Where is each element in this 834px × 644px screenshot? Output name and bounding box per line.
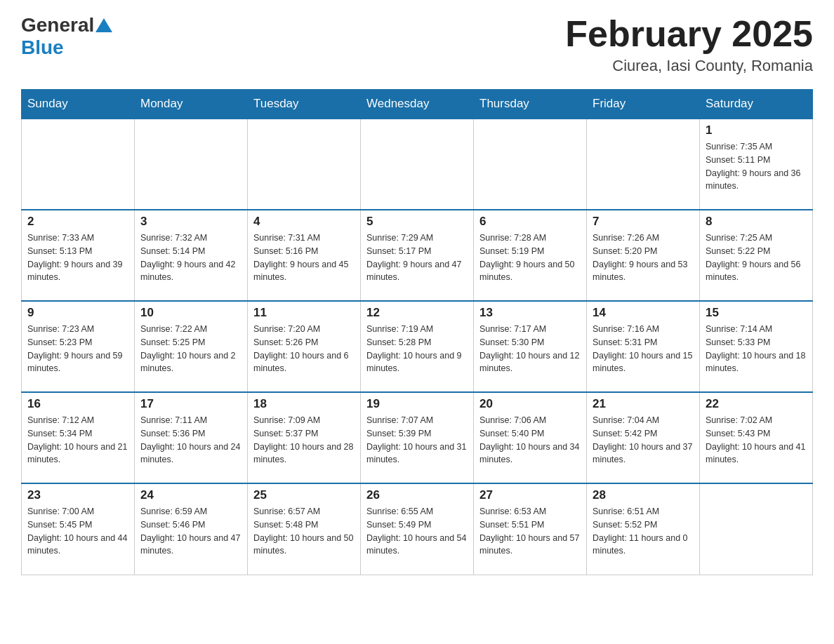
header-wednesday: Wednesday: [361, 90, 474, 119]
day-info: Sunrise: 6:53 AMSunset: 5:51 PMDaylight:…: [479, 505, 581, 558]
day-number: 9: [27, 306, 128, 320]
day-info: Sunrise: 7:32 AMSunset: 5:14 PMDaylight:…: [140, 232, 241, 284]
day-info: Sunrise: 7:28 AMSunset: 5:19 PMDaylight:…: [479, 232, 581, 284]
calendar-cell: [248, 119, 361, 210]
day-info: Sunrise: 7:26 AMSunset: 5:20 PMDaylight:…: [593, 232, 694, 284]
day-info: Sunrise: 6:55 AMSunset: 5:49 PMDaylight:…: [366, 505, 468, 558]
day-number: 1: [706, 123, 807, 137]
days-header-row: Sunday Monday Tuesday Wednesday Thursday…: [22, 90, 813, 119]
calendar-cell: 27Sunrise: 6:53 AMSunset: 5:51 PMDayligh…: [474, 483, 587, 575]
day-info: Sunrise: 7:16 AMSunset: 5:31 PMDaylight:…: [593, 323, 694, 375]
calendar-cell: 1Sunrise: 7:35 AMSunset: 5:11 PMDaylight…: [700, 119, 813, 210]
calendar-cell: 17Sunrise: 7:11 AMSunset: 5:36 PMDayligh…: [135, 392, 248, 483]
day-number: 16: [27, 397, 128, 411]
day-number: 20: [479, 397, 581, 411]
day-info: Sunrise: 6:59 AMSunset: 5:46 PMDaylight:…: [140, 505, 241, 558]
calendar-cell: 25Sunrise: 6:57 AMSunset: 5:48 PMDayligh…: [248, 483, 361, 575]
header-thursday: Thursday: [474, 90, 587, 119]
day-info: Sunrise: 7:02 AMSunset: 5:43 PMDaylight:…: [706, 414, 807, 467]
day-number: 4: [253, 215, 355, 229]
day-number: 25: [253, 488, 355, 502]
logo-blue: Blue: [21, 36, 64, 59]
day-number: 12: [366, 306, 468, 320]
day-info: Sunrise: 7:29 AMSunset: 5:17 PMDaylight:…: [366, 232, 468, 284]
page-header: General Blue February 2025 Ciurea, Iasi …: [21, 14, 813, 75]
day-info: Sunrise: 7:20 AMSunset: 5:26 PMDaylight:…: [253, 323, 355, 375]
calendar-cell: 20Sunrise: 7:06 AMSunset: 5:40 PMDayligh…: [474, 392, 587, 483]
day-info: Sunrise: 7:31 AMSunset: 5:16 PMDaylight:…: [253, 232, 355, 284]
header-monday: Monday: [135, 90, 248, 119]
day-number: 7: [593, 215, 694, 229]
calendar-cell: 14Sunrise: 7:16 AMSunset: 5:31 PMDayligh…: [587, 301, 700, 392]
calendar-cell: 11Sunrise: 7:20 AMSunset: 5:26 PMDayligh…: [248, 301, 361, 392]
day-info: Sunrise: 7:25 AMSunset: 5:22 PMDaylight:…: [706, 232, 807, 284]
day-number: 21: [593, 397, 694, 411]
calendar-cell: 23Sunrise: 7:00 AMSunset: 5:45 PMDayligh…: [22, 483, 135, 575]
calendar-cell: 9Sunrise: 7:23 AMSunset: 5:23 PMDaylight…: [22, 301, 135, 392]
logo-general: General: [21, 14, 112, 36]
calendar-cell: [22, 119, 135, 210]
calendar-table: Sunday Monday Tuesday Wednesday Thursday…: [21, 89, 813, 575]
calendar-cell: 10Sunrise: 7:22 AMSunset: 5:25 PMDayligh…: [135, 301, 248, 392]
week-row-2: 2Sunrise: 7:33 AMSunset: 5:13 PMDaylight…: [22, 210, 813, 301]
day-number: 2: [27, 215, 128, 229]
month-title: February 2025: [565, 14, 813, 54]
day-number: 28: [593, 488, 694, 502]
day-number: 10: [140, 306, 241, 320]
day-number: 13: [479, 306, 581, 320]
week-row-3: 9Sunrise: 7:23 AMSunset: 5:23 PMDaylight…: [22, 301, 813, 392]
day-info: Sunrise: 7:33 AMSunset: 5:13 PMDaylight:…: [27, 232, 128, 284]
calendar-cell: 8Sunrise: 7:25 AMSunset: 5:22 PMDaylight…: [700, 210, 813, 301]
day-number: 22: [706, 397, 807, 411]
calendar-cell: 3Sunrise: 7:32 AMSunset: 5:14 PMDaylight…: [135, 210, 248, 301]
day-number: 8: [706, 215, 807, 229]
day-number: 6: [479, 215, 581, 229]
day-number: 17: [140, 397, 241, 411]
day-info: Sunrise: 6:51 AMSunset: 5:52 PMDaylight:…: [593, 505, 694, 558]
day-number: 26: [366, 488, 468, 502]
day-info: Sunrise: 7:35 AMSunset: 5:11 PMDaylight:…: [706, 140, 807, 193]
calendar-cell: [474, 119, 587, 210]
day-info: Sunrise: 7:09 AMSunset: 5:37 PMDaylight:…: [253, 414, 355, 467]
calendar-cell: 24Sunrise: 6:59 AMSunset: 5:46 PMDayligh…: [135, 483, 248, 575]
header-saturday: Saturday: [700, 90, 813, 119]
day-number: 18: [253, 397, 355, 411]
day-info: Sunrise: 7:14 AMSunset: 5:33 PMDaylight:…: [706, 323, 807, 375]
day-number: 11: [253, 306, 355, 320]
header-tuesday: Tuesday: [248, 90, 361, 119]
day-info: Sunrise: 7:19 AMSunset: 5:28 PMDaylight:…: [366, 323, 468, 375]
week-row-1: 1Sunrise: 7:35 AMSunset: 5:11 PMDaylight…: [22, 119, 813, 210]
header-friday: Friday: [587, 90, 700, 119]
calendar-cell: 13Sunrise: 7:17 AMSunset: 5:30 PMDayligh…: [474, 301, 587, 392]
calendar-cell: 28Sunrise: 6:51 AMSunset: 5:52 PMDayligh…: [587, 483, 700, 575]
day-info: Sunrise: 7:11 AMSunset: 5:36 PMDaylight:…: [140, 414, 241, 467]
day-number: 5: [366, 215, 468, 229]
day-number: 24: [140, 488, 241, 502]
calendar-cell: 26Sunrise: 6:55 AMSunset: 5:49 PMDayligh…: [361, 483, 474, 575]
title-section: February 2025 Ciurea, Iasi County, Roman…: [565, 14, 813, 75]
header-sunday: Sunday: [22, 90, 135, 119]
day-info: Sunrise: 7:17 AMSunset: 5:30 PMDaylight:…: [479, 323, 581, 375]
calendar-cell: [700, 483, 813, 575]
calendar-cell: 18Sunrise: 7:09 AMSunset: 5:37 PMDayligh…: [248, 392, 361, 483]
week-row-5: 23Sunrise: 7:00 AMSunset: 5:45 PMDayligh…: [22, 483, 813, 575]
day-info: Sunrise: 7:12 AMSunset: 5:34 PMDaylight:…: [27, 414, 128, 467]
calendar-cell: [135, 119, 248, 210]
calendar-cell: [361, 119, 474, 210]
calendar-cell: 19Sunrise: 7:07 AMSunset: 5:39 PMDayligh…: [361, 392, 474, 483]
day-number: 19: [366, 397, 468, 411]
day-number: 27: [479, 488, 581, 502]
calendar-cell: 6Sunrise: 7:28 AMSunset: 5:19 PMDaylight…: [474, 210, 587, 301]
week-row-4: 16Sunrise: 7:12 AMSunset: 5:34 PMDayligh…: [22, 392, 813, 483]
day-info: Sunrise: 7:06 AMSunset: 5:40 PMDaylight:…: [479, 414, 581, 467]
day-number: 15: [706, 306, 807, 320]
calendar-cell: 15Sunrise: 7:14 AMSunset: 5:33 PMDayligh…: [700, 301, 813, 392]
calendar-cell: 4Sunrise: 7:31 AMSunset: 5:16 PMDaylight…: [248, 210, 361, 301]
calendar-cell: 22Sunrise: 7:02 AMSunset: 5:43 PMDayligh…: [700, 392, 813, 483]
logo: General Blue: [21, 14, 112, 59]
day-info: Sunrise: 7:07 AMSunset: 5:39 PMDaylight:…: [366, 414, 468, 467]
calendar-cell: [587, 119, 700, 210]
calendar-cell: 16Sunrise: 7:12 AMSunset: 5:34 PMDayligh…: [22, 392, 135, 483]
day-info: Sunrise: 7:23 AMSunset: 5:23 PMDaylight:…: [27, 323, 128, 375]
day-number: 3: [140, 215, 241, 229]
